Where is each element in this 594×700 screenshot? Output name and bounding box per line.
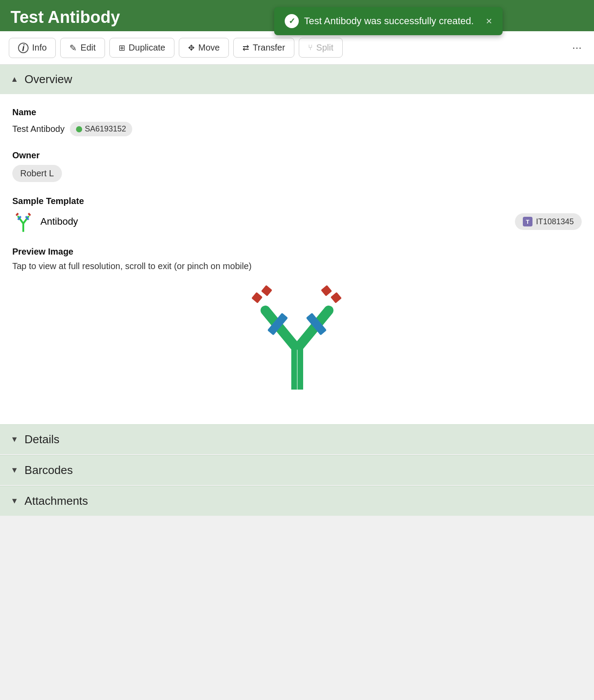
svg-rect-19 <box>297 346 303 390</box>
move-label: Move <box>198 43 220 53</box>
edit-label: Edit <box>80 43 95 53</box>
owner-value-row: Robert L <box>12 165 582 182</box>
svg-rect-18 <box>291 346 297 390</box>
info-label: Info <box>32 43 47 53</box>
edit-icon: ✎ <box>69 43 77 53</box>
preview-image-label: Preview Image <box>12 247 582 257</box>
svg-rect-25 <box>261 285 272 296</box>
barcodes-section-header[interactable]: ▼ Barcodes <box>0 456 594 485</box>
details-section: ▼ Details <box>0 424 594 454</box>
sample-template-row: Antibody T IT1081345 <box>12 211 582 233</box>
name-label: Name <box>12 107 582 117</box>
attachments-chevron-icon: ▼ <box>11 496 18 506</box>
sample-template-field-group: Sample Template Antibody T IT1081345 <box>12 196 582 233</box>
move-icon: ✥ <box>188 43 195 53</box>
name-field-group: Name Test Antibody SA6193152 <box>12 107 582 136</box>
toolbar: i Info ✎ Edit ⊞ Duplicate ✥ Move ⇄ Trans… <box>0 31 594 65</box>
barcodes-section-title: Barcodes <box>25 463 73 477</box>
toast-close-button[interactable]: × <box>486 15 492 27</box>
split-button[interactable]: ⑂ Split <box>299 38 343 58</box>
transfer-icon: ⇄ <box>243 43 249 53</box>
sample-id-value: SA6193152 <box>85 124 126 134</box>
svg-rect-24 <box>251 292 262 303</box>
sample-id-badge[interactable]: SA6193152 <box>70 122 132 136</box>
info-button[interactable]: i Info <box>9 38 56 58</box>
attachments-section-title: Attachments <box>25 494 88 508</box>
barcodes-section: ▼ Barcodes <box>0 455 594 485</box>
name-value-row: Test Antibody SA6193152 <box>12 122 582 136</box>
duplicate-button[interactable]: ⊞ Duplicate <box>109 38 174 58</box>
preview-image-area[interactable] <box>12 278 582 393</box>
page-header: Test Antibody ✓ Test Antibody was succes… <box>0 0 594 31</box>
more-button[interactable]: ··· <box>569 37 585 58</box>
antibody-small-icon <box>12 211 34 233</box>
svg-rect-27 <box>321 285 332 296</box>
details-chevron-icon: ▼ <box>11 435 18 444</box>
more-icon: ··· <box>572 41 582 54</box>
owner-field-group: Owner Robert L <box>12 150 582 182</box>
overview-section-title: Overview <box>25 73 72 86</box>
overview-section-header[interactable]: ▲ Overview <box>0 65 594 94</box>
sample-template-value: Antibody <box>40 216 78 227</box>
svg-rect-6 <box>28 213 31 216</box>
sample-id-dot-icon <box>76 126 82 132</box>
toast-check-icon: ✓ <box>285 14 299 28</box>
overview-content: Name Test Antibody SA6193152 Owner Rober… <box>0 94 594 424</box>
move-button[interactable]: ✥ Move <box>179 38 229 58</box>
toast-message: Test Antibody was successfully created. <box>304 15 474 27</box>
antibody-display-icon <box>235 281 359 395</box>
transfer-button[interactable]: ⇄ Transfer <box>233 38 294 58</box>
svg-rect-26 <box>330 292 341 303</box>
split-icon: ⑂ <box>308 43 313 52</box>
preview-image-field-group: Preview Image Tap to view at full resolu… <box>12 247 582 393</box>
info-icon: i <box>18 43 29 53</box>
overview-chevron-icon: ▲ <box>11 75 18 84</box>
details-section-title: Details <box>25 433 59 446</box>
split-label: Split <box>316 43 333 53</box>
sample-template-label: Sample Template <box>12 196 582 206</box>
details-section-header[interactable]: ▼ Details <box>0 425 594 454</box>
duplicate-label: Duplicate <box>129 43 165 53</box>
barcodes-chevron-icon: ▼ <box>11 466 18 475</box>
toast-notification: ✓ Test Antibody was successfully created… <box>274 7 503 35</box>
template-id-value: IT1081345 <box>536 217 574 226</box>
template-id-badge[interactable]: T IT1081345 <box>515 213 582 230</box>
template-id-icon: T <box>523 217 532 226</box>
attachments-section-header[interactable]: ▼ Attachments <box>0 486 594 516</box>
svg-rect-5 <box>15 213 18 216</box>
transfer-label: Transfer <box>253 43 285 53</box>
owner-badge[interactable]: Robert L <box>12 165 62 182</box>
attachments-section: ▼ Attachments <box>0 486 594 516</box>
owner-label: Owner <box>12 150 582 160</box>
preview-image-hint: Tap to view at full resolution, scroll t… <box>12 261 582 271</box>
name-value: Test Antibody <box>12 124 65 134</box>
duplicate-icon: ⊞ <box>119 43 125 53</box>
edit-button[interactable]: ✎ Edit <box>60 38 105 58</box>
